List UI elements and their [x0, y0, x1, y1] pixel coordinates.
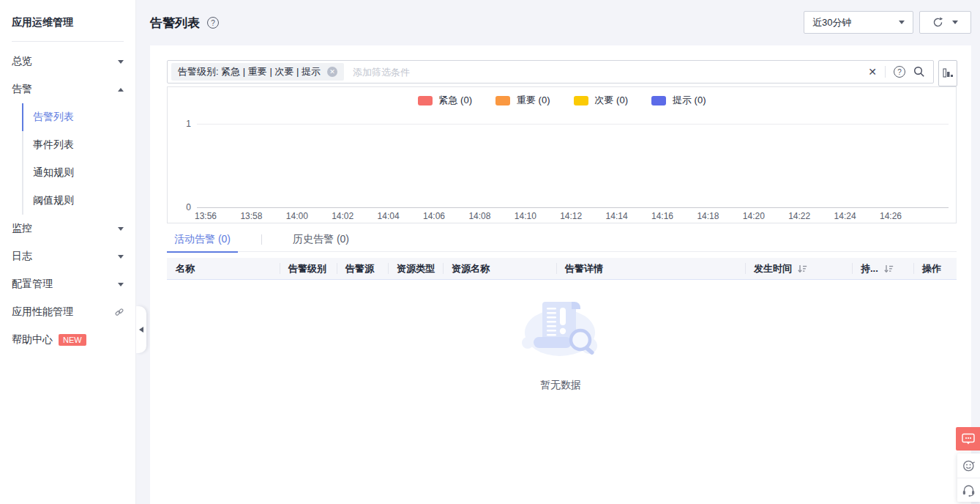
clear-filters-icon[interactable]: ✕ — [868, 67, 877, 77]
legend-item-重要[interactable]: 重要 (0) — [495, 94, 550, 107]
sidebar-item-notification-rules[interactable]: 通知规则 — [0, 159, 135, 187]
smiley-icon — [962, 459, 976, 472]
column-header-resource-type[interactable]: 资源类型 — [388, 258, 443, 279]
column-header-label: 发生时间 — [754, 262, 792, 275]
sidebar-item-alarm-list[interactable]: 告警列表 — [0, 103, 135, 131]
x-tick-label: 14:24 — [834, 211, 856, 221]
column-header-alarm-source[interactable]: 告警源 — [337, 258, 388, 279]
legend-label: 紧急 (0) — [439, 94, 473, 107]
legend-swatch — [651, 96, 666, 105]
sidebar-item-apm[interactable]: 应用性能管理 — [0, 298, 135, 326]
sidebar-item-configuration[interactable]: 配置管理 — [0, 270, 135, 298]
column-header-resource-name[interactable]: 资源名称 — [443, 258, 556, 279]
x-tick-label: 14:02 — [332, 211, 354, 221]
chevron-down-icon — [899, 21, 905, 24]
sidebar-item-label: 总览 — [12, 55, 118, 68]
column-header-duration[interactable]: 持... — [852, 258, 913, 279]
legend-item-提示[interactable]: 提示 (0) — [651, 94, 706, 107]
sidebar-item-label: 事件列表 — [33, 138, 124, 152]
column-header-label: 持... — [861, 262, 878, 275]
chat-bubble-icon — [962, 433, 975, 445]
chevron-left-icon — [139, 327, 143, 333]
feedback-button[interactable] — [956, 427, 980, 451]
page-title: 告警列表 — [150, 15, 200, 32]
column-header-occurred-time[interactable]: 发生时间 — [745, 258, 852, 279]
sidebar-item-threshold-rules[interactable]: 阈值规则 — [0, 187, 135, 215]
tag-remove-icon[interactable]: ✕ — [327, 67, 337, 77]
sidebar-item-label: 监控 — [12, 222, 118, 235]
legend-label: 重要 (0) — [517, 94, 550, 107]
x-tick-label: 14:06 — [423, 211, 445, 221]
headset-icon — [962, 484, 976, 497]
divider — [261, 234, 262, 245]
divider — [885, 66, 886, 78]
sort-icon[interactable] — [798, 264, 807, 273]
filter-tag: 告警级别: 紧急 | 重要 | 次要 | 提示 ✕ — [171, 63, 344, 81]
chart-toggle-button[interactable] — [938, 60, 957, 86]
sidebar-item-monitoring[interactable]: 监控 — [0, 215, 135, 242]
column-header-label: 操作 — [922, 262, 941, 275]
legend-swatch — [574, 96, 588, 105]
help-icon[interactable]: ? — [207, 17, 219, 29]
x-tick-label: 13:56 — [195, 211, 217, 221]
x-axis-ticks: 13:5613:5814:0014:0214:0414:0614:0814:10… — [197, 211, 956, 223]
alarm-trend-chart: 紧急 (0)重要 (0)次要 (0)提示 (0) 1 0 13:5613:581… — [167, 86, 957, 223]
legend-label: 次要 (0) — [595, 94, 629, 107]
search-icon[interactable] — [913, 66, 925, 78]
sidebar-item-label: 应用性能管理 — [12, 305, 115, 319]
refresh-button[interactable] — [919, 11, 971, 34]
gridline — [197, 124, 949, 125]
no-data-illustration-icon — [516, 292, 605, 368]
sidebar-divider — [12, 41, 124, 42]
satisfaction-survey-button[interactable] — [957, 453, 980, 478]
filter-bar[interactable]: 告警级别: 紧急 | 重要 | 次要 | 提示 ✕ ✕ ? — [167, 60, 934, 84]
sidebar-item-alarm[interactable]: 告警 — [0, 75, 135, 103]
tab-active-alarms[interactable]: 活动告警 (0) — [167, 228, 238, 252]
column-header-label: 告警源 — [345, 262, 374, 275]
legend-item-次要[interactable]: 次要 (0) — [574, 94, 629, 107]
filter-input[interactable] — [353, 67, 868, 78]
x-tick-label: 14:18 — [697, 211, 719, 221]
x-tick-label: 14:14 — [606, 211, 628, 221]
tab-history-alarms[interactable]: 历史告警 (0) — [285, 228, 356, 252]
legend-swatch — [495, 96, 510, 105]
column-header-operation[interactable]: 操作 — [913, 258, 957, 279]
sidebar-item-label: 通知规则 — [33, 166, 124, 179]
column-header-label: 告警详情 — [565, 262, 603, 275]
sidebar-item-logs[interactable]: 日志 — [0, 242, 135, 270]
chevron-down-icon — [118, 283, 124, 286]
sidebar-title: 应用运维管理 — [0, 0, 135, 41]
new-badge: NEW — [59, 334, 86, 346]
sidebar-item-label: 帮助中心 — [12, 333, 53, 346]
time-range-select[interactable]: 近30分钟 — [804, 11, 913, 34]
chevron-down-icon — [118, 255, 124, 259]
column-header-name[interactable]: 名称 — [167, 258, 280, 279]
support-button[interactable] — [957, 478, 980, 502]
legend-item-紧急[interactable]: 紧急 (0) — [418, 94, 473, 107]
column-header-alarm-level[interactable]: 告警级别 — [280, 258, 337, 279]
sidebar-item-help-center[interactable]: 帮助中心NEW — [0, 326, 135, 354]
sidebar: 应用运维管理 总览告警告警列表事件列表通知规则阈值规则监控日志配置管理应用性能管… — [0, 0, 136, 504]
empty-state: 暂无数据 — [150, 292, 971, 392]
sidebar-item-label: 阈值规则 — [33, 194, 124, 207]
time-range-value: 近30分钟 — [812, 16, 851, 29]
alarm-tabs: 活动告警 (0) 历史告警 (0) — [167, 228, 957, 252]
x-tick-label: 14:04 — [378, 211, 400, 221]
chevron-up-icon — [118, 88, 124, 92]
column-header-alarm-details[interactable]: 告警详情 — [556, 258, 745, 279]
bar-chart-icon — [943, 68, 954, 78]
empty-state-text: 暂无数据 — [150, 379, 971, 392]
chevron-down-icon — [118, 227, 124, 231]
filter-help-icon[interactable]: ? — [894, 66, 905, 78]
external-link-icon — [115, 308, 124, 316]
main-panel: 告警级别: 紧急 | 重要 | 次要 | 提示 ✕ ✕ ? 紧急 (0)重要 (… — [150, 45, 971, 504]
sort-icon[interactable] — [884, 264, 894, 273]
chart-legend: 紧急 (0)重要 (0)次要 (0)提示 (0) — [168, 94, 956, 107]
sidebar-collapse-handle[interactable] — [136, 306, 146, 353]
filter-tag-label: 告警级别: 紧急 | 重要 | 次要 | 提示 — [178, 65, 321, 78]
chevron-down-icon — [952, 21, 958, 24]
legend-label: 提示 (0) — [673, 94, 706, 107]
x-axis-line — [197, 207, 949, 208]
sidebar-item-event-list[interactable]: 事件列表 — [0, 131, 135, 159]
sidebar-item-overview[interactable]: 总览 — [0, 48, 135, 75]
